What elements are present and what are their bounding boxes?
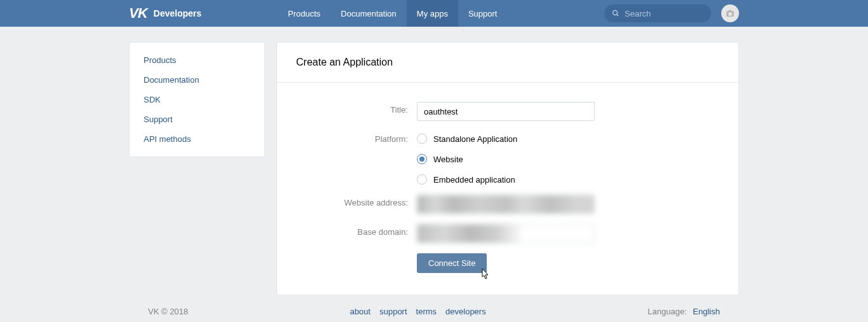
- label-base-domain: Base domain:: [296, 224, 417, 237]
- search-box[interactable]: [604, 4, 711, 22]
- main-panel: Create an Application Title: Platform: S…: [276, 42, 739, 295]
- cursor-icon: [479, 268, 491, 282]
- avatar[interactable]: [721, 4, 739, 22]
- page-title: Create an Application: [277, 43, 738, 83]
- submit-label: Connect Site: [428, 258, 475, 268]
- nav-documentation[interactable]: Documentation: [330, 0, 406, 27]
- website-address-input[interactable]: [417, 195, 595, 214]
- radio-label: Embedded application: [433, 175, 515, 185]
- label-platform: Platform:: [296, 131, 417, 144]
- sidebar-item-api-methods[interactable]: API methods: [130, 129, 264, 149]
- radio-icon: [417, 154, 427, 164]
- footer-links: about support terms developers: [350, 307, 486, 316]
- footer-link-about[interactable]: about: [350, 307, 371, 316]
- language-label: Language:: [648, 307, 686, 316]
- connect-site-button[interactable]: Connect Site: [417, 253, 487, 273]
- nav-support[interactable]: Support: [458, 0, 508, 27]
- label-website-address: Website address:: [296, 195, 417, 207]
- radio-icon: [417, 134, 427, 144]
- footer-copyright: VK © 2018: [148, 307, 188, 316]
- search-input[interactable]: [625, 9, 703, 18]
- svg-line-1: [617, 15, 619, 17]
- sidebar-item-documentation[interactable]: Documentation: [130, 70, 264, 90]
- sidebar-item-support[interactable]: Support: [130, 109, 264, 129]
- footer: VK © 2018 about support terms developers…: [129, 307, 739, 316]
- create-app-form: Title: Platform: Standalone Application …: [277, 83, 738, 295]
- sidebar-item-products[interactable]: Products: [130, 50, 264, 70]
- search-icon: [612, 9, 620, 18]
- radio-label: Standalone Application: [433, 134, 517, 144]
- label-title: Title:: [296, 102, 417, 115]
- footer-language: Language: English: [648, 307, 720, 316]
- footer-link-terms[interactable]: terms: [416, 307, 437, 316]
- title-input[interactable]: [417, 102, 595, 121]
- radio-standalone[interactable]: Standalone Application: [417, 131, 595, 151]
- brand-text: Developers: [154, 8, 201, 18]
- radio-website[interactable]: Website: [417, 151, 595, 172]
- nav-my-apps[interactable]: My apps: [407, 0, 458, 27]
- logo-area[interactable]: VK Developers: [129, 5, 278, 22]
- footer-link-support[interactable]: support: [379, 307, 407, 316]
- svg-point-0: [613, 10, 618, 15]
- base-domain-input[interactable]: [417, 224, 595, 243]
- camera-icon: [726, 10, 735, 17]
- language-value[interactable]: English: [693, 307, 720, 316]
- radio-embedded[interactable]: Embedded application: [417, 172, 595, 185]
- radio-label: Website: [433, 155, 463, 164]
- sidebar-item-sdk[interactable]: SDK: [130, 90, 264, 109]
- nav-products[interactable]: Products: [278, 0, 330, 27]
- footer-link-developers[interactable]: developers: [445, 307, 486, 316]
- top-nav: Products Documentation My apps Support: [278, 0, 507, 27]
- vk-logo-icon: VK: [129, 5, 147, 22]
- header: VK Developers Products Documentation My …: [0, 0, 868, 27]
- radio-icon: [417, 174, 427, 185]
- sidebar: Products Documentation SDK Support API m…: [129, 42, 265, 157]
